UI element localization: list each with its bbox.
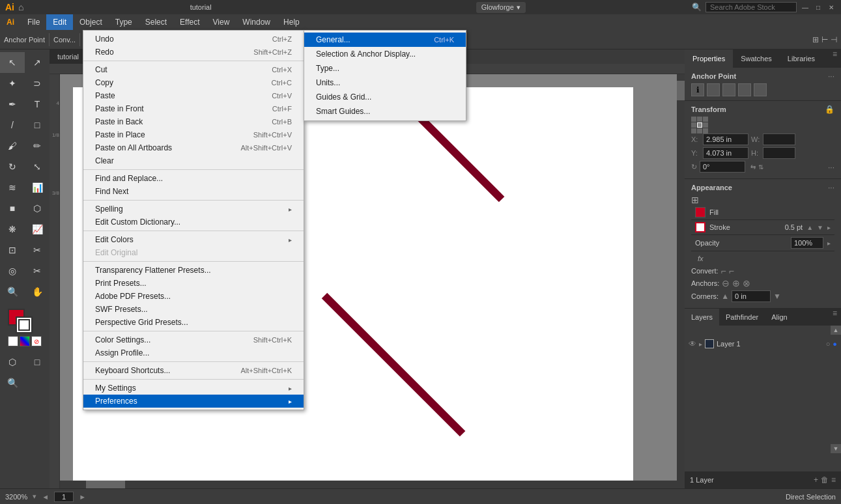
menu-object[interactable]: Object [73,14,109,30]
fill-swatch[interactable] [695,207,706,217]
menu-find-next[interactable]: Find Next [83,185,304,198]
column-graph-tool[interactable]: 📈 [25,219,50,240]
canvas-scrollbar-vertical[interactable] [677,74,685,488]
panel-menu-icon[interactable]: ≡ [833,49,841,68]
convert-to-smooth-icon[interactable]: ⌐ [729,266,734,276]
menu-type[interactable]: Type [109,14,139,30]
graph-tool[interactable]: 📊 [25,177,50,198]
delete-layer-btn[interactable]: 🗑 [821,475,829,484]
menu-color-settings[interactable]: Color Settings... Shift+Ctrl+K [83,333,304,346]
selection-tool[interactable]: ↖ [0,52,25,73]
convert-to-corner-icon[interactable]: ⌐ [721,266,726,276]
screen-mode-btn[interactable]: □ [25,352,50,372]
tab-properties[interactable]: Properties [685,49,733,68]
layer-expand-icon[interactable]: ▸ [699,341,702,348]
rotate-tool[interactable]: ↻ [0,156,25,177]
anchor-tool-btn-4[interactable] [738,83,751,96]
paintbrush-tool[interactable]: 🖌 [0,135,25,156]
submenu-selection-anchor[interactable]: Selection & Anchor Display... [304,47,466,61]
anchor-options-icon[interactable]: ⊗ [743,278,750,288]
menu-swf-presets[interactable]: SWF Presets... [83,303,304,316]
menu-ai[interactable]: Ai [0,14,21,30]
menu-paste-back[interactable]: Paste in Back Ctrl+B [83,115,304,128]
flip-h-icon[interactable]: ⇆ [750,163,756,171]
submenu-guides-grid[interactable]: Guides & Grid... [304,90,466,104]
add-layer-btn[interactable]: + [814,475,818,484]
menu-cut[interactable]: Cut Ctrl+X [83,63,304,76]
gradient-tool[interactable]: ■ [0,198,25,219]
blend-tool[interactable]: ⬡ [25,198,50,219]
menu-transparency-presets[interactable]: Transparency Flattener Presets... [83,264,304,277]
menu-spelling[interactable]: Spelling ▸ [83,203,304,216]
stroke-color[interactable] [16,316,33,333]
search-tool-btn[interactable]: 🔍 [0,372,25,393]
rotation-input[interactable] [700,161,745,173]
menu-edit[interactable]: Edit [46,14,73,30]
scale-tool[interactable]: ⤡ [25,156,50,177]
menu-assign-profile[interactable]: Assign Profile... [83,346,304,359]
menu-window[interactable]: Window [236,14,277,30]
layers-menu-icon[interactable]: ≡ [833,309,841,326]
anchor-tool-btn-1[interactable]: ℹ [691,83,704,96]
submenu-units[interactable]: Units... [304,76,466,90]
layer-lock-icon[interactable]: ○ [826,340,831,348]
anchor-tool-btn-2[interactable] [707,83,720,96]
flip-v-icon[interactable]: ⇅ [758,163,763,171]
opacity-options-icon[interactable]: ▸ [827,240,831,247]
tab-pathfinder[interactable]: Pathfinder [719,309,765,326]
pen-tool[interactable]: ✒ [0,94,25,115]
expand-icon[interactable]: ⊞ [691,195,699,205]
tab-libraries[interactable]: Libraries [780,49,823,68]
none-btn[interactable]: ⊘ [31,336,42,346]
anchor-remove-icon[interactable]: ⊖ [722,278,730,288]
menu-paste-front[interactable]: Paste in Front Ctrl+F [83,102,304,115]
symbol-tool[interactable]: ❋ [0,219,25,240]
menu-perspective-presets[interactable]: Perspective Grid Presets... [83,316,304,329]
page-nav-prev[interactable]: ◄ [42,493,49,501]
menu-paste[interactable]: Paste Ctrl+V [83,89,304,102]
gradient-btn[interactable] [20,336,30,346]
transform-options-icon[interactable]: ··· [828,163,834,172]
menu-my-settings[interactable]: My Settings ▸ [83,382,304,395]
corners-input[interactable] [732,290,771,302]
page-nav-next[interactable]: ► [79,493,86,501]
menu-select[interactable]: Select [139,14,173,30]
menu-preferences[interactable]: Preferences ▸ [83,395,304,408]
stock-search-input[interactable] [706,2,797,12]
corners-down-icon[interactable]: ▼ [773,292,781,301]
warp-tool[interactable]: ≋ [0,177,25,198]
appearance-options-icon[interactable]: ··· [828,183,834,192]
scrollbar-thumb-v[interactable] [677,81,685,100]
x-input[interactable] [703,133,748,145]
corners-up-icon[interactable]: ▲ [721,292,729,301]
menu-copy[interactable]: Copy Ctrl+C [83,76,304,89]
stroke-up-icon[interactable]: ▲ [806,224,813,231]
type-tool[interactable]: T [25,94,50,115]
menu-paste-all[interactable]: Paste on All Artboards Alt+Shift+Ctrl+V [83,141,304,154]
submenu-type[interactable]: Type... [304,61,466,76]
magic-wand-tool[interactable]: ✦ [0,73,25,94]
menu-pdf-presets[interactable]: Adobe PDF Presets... [83,290,304,303]
menu-redo[interactable]: Redo Shift+Ctrl+Z [83,46,304,59]
line-tool[interactable]: / [0,115,25,135]
hand-tool[interactable]: ✋ [25,281,50,302]
menu-keyboard-shortcuts[interactable]: Keyboard Shortcuts... Alt+Shift+Ctrl+K [83,364,304,377]
page-number-input[interactable] [54,492,74,502]
scrollbar-thumb-h[interactable] [86,481,125,488]
layers-scroll-up[interactable]: ▲ [831,326,841,335]
tab-align[interactable]: Align [765,309,793,326]
maximize-button[interactable]: □ [814,3,823,12]
menu-view[interactable]: View [207,14,236,30]
minimize-button[interactable]: — [801,3,810,12]
anchor-add-icon[interactable]: ⊕ [732,278,740,288]
zoom-tool[interactable]: 🔍 [0,281,25,302]
tab-layers[interactable]: Layers [685,309,719,326]
artboard-tool[interactable]: ⊡ [0,240,25,260]
lasso-tool[interactable]: ⊃ [25,73,50,94]
anchor-tool-btn-3[interactable] [722,83,735,96]
slice-tool[interactable]: ✂ [25,240,50,260]
stroke-swatch[interactable] [695,222,706,232]
menu-help[interactable]: Help [277,14,306,30]
h-input[interactable] [763,147,795,159]
canvas-scrollbar-horizontal[interactable] [60,481,677,488]
